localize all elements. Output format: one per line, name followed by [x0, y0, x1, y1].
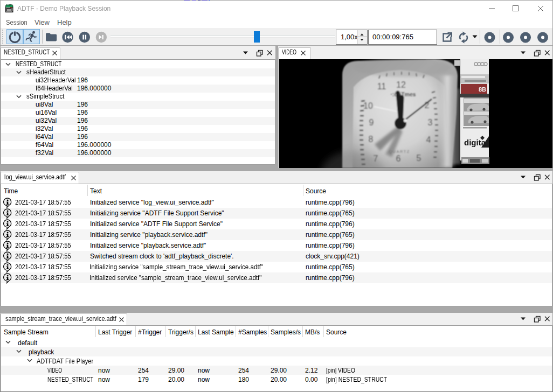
svg-text:11: 11 — [377, 82, 386, 91]
svg-text:QUARTZ: QUARTZ — [389, 149, 410, 154]
svg-text:10: 10 — [363, 101, 373, 110]
svg-text:9: 9 — [369, 118, 374, 127]
svg-text:4: 4 — [426, 135, 431, 144]
svg-text:3: 3 — [428, 118, 433, 127]
svg-text:8: 8 — [369, 135, 374, 144]
svg-text:8B: 8B — [479, 86, 486, 93]
svg-text:5: 5 — [417, 153, 421, 163]
svg-text:12: 12 — [396, 80, 406, 89]
svg-text:6: 6 — [396, 154, 401, 163]
